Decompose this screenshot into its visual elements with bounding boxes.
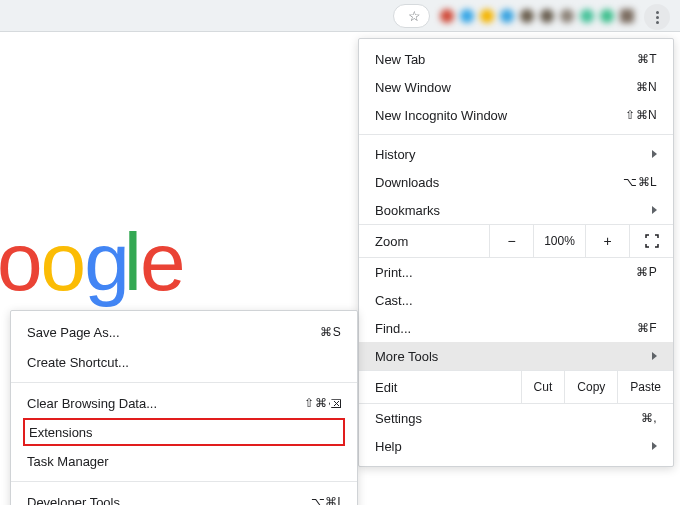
browser-toolbar: ☆: [0, 0, 680, 32]
menu-label: Edit: [359, 380, 521, 395]
zoom-level: 100%: [533, 225, 585, 257]
extension-icon[interactable]: [520, 9, 534, 23]
menu-label: Create Shortcut...: [27, 355, 341, 370]
menu-shortcut: ⇧⌘N: [625, 108, 657, 122]
menu-item-print[interactable]: Print... ⌘P: [359, 258, 673, 286]
menu-shortcut: ⌥⌘L: [623, 175, 657, 189]
submenu-item-extensions[interactable]: Extensions: [23, 418, 345, 446]
menu-label: Settings: [375, 411, 641, 426]
menu-label: Clear Browsing Data...: [27, 396, 304, 411]
fullscreen-icon: [645, 234, 659, 248]
extension-icon[interactable]: [600, 9, 614, 23]
menu-item-new-window[interactable]: New Window ⌘N: [359, 73, 673, 101]
more-tools-submenu: Save Page As... ⌘S Create Shortcut... Cl…: [10, 310, 358, 505]
bookmark-star-icon[interactable]: ☆: [408, 9, 421, 23]
menu-item-new-tab[interactable]: New Tab ⌘T: [359, 45, 673, 73]
menu-item-zoom: Zoom − 100% +: [359, 224, 673, 258]
menu-item-history[interactable]: History: [359, 140, 673, 168]
menu-shortcut: ⌘F: [637, 321, 657, 335]
omnibox-tail[interactable]: ☆: [393, 4, 430, 28]
menu-item-incognito[interactable]: New Incognito Window ⇧⌘N: [359, 101, 673, 129]
menu-item-downloads[interactable]: Downloads ⌥⌘L: [359, 168, 673, 196]
edit-cut-button[interactable]: Cut: [521, 371, 565, 403]
chrome-menu-button[interactable]: [644, 4, 670, 30]
extension-icon[interactable]: [480, 9, 494, 23]
menu-shortcut: ⌘S: [320, 325, 341, 339]
menu-label: Cast...: [375, 293, 657, 308]
extension-icon[interactable]: [580, 9, 594, 23]
submenu-arrow-icon: [652, 206, 657, 214]
menu-item-more-tools[interactable]: More Tools: [359, 342, 673, 370]
menu-shortcut: ⌘,: [641, 411, 657, 425]
zoom-in-button[interactable]: +: [585, 225, 629, 257]
submenu-item-save-page[interactable]: Save Page As... ⌘S: [11, 317, 357, 347]
menu-separator: [359, 134, 673, 135]
menu-label: More Tools: [375, 349, 644, 364]
menu-label: Bookmarks: [375, 203, 644, 218]
menu-separator: [11, 481, 357, 482]
extension-icon[interactable]: [440, 9, 454, 23]
submenu-arrow-icon: [652, 150, 657, 158]
submenu-arrow-icon: [652, 442, 657, 450]
menu-label: Save Page As...: [27, 325, 320, 340]
extension-icon[interactable]: [500, 9, 514, 23]
chrome-main-menu: New Tab ⌘T New Window ⌘N New Incognito W…: [358, 38, 674, 467]
menu-item-help[interactable]: Help: [359, 432, 673, 460]
menu-label: Print...: [375, 265, 636, 280]
submenu-item-clear-data[interactable]: Clear Browsing Data... ⇧⌘: [11, 388, 357, 418]
menu-shortcut: ⌘P: [636, 265, 657, 279]
menu-label: Extensions: [29, 425, 93, 440]
menu-item-cast[interactable]: Cast...: [359, 286, 673, 314]
backspace-icon: [329, 399, 341, 408]
edit-paste-button[interactable]: Paste: [617, 371, 673, 403]
menu-shortcut: ⌘N: [636, 80, 657, 94]
extension-icon[interactable]: [460, 9, 474, 23]
menu-shortcut: ⌘T: [637, 52, 657, 66]
profile-avatar[interactable]: [620, 9, 634, 23]
menu-separator: [11, 382, 357, 383]
submenu-item-dev-tools[interactable]: Developer Tools ⌥⌘I: [11, 487, 357, 505]
menu-label: Developer Tools: [27, 495, 311, 506]
menu-label: Downloads: [375, 175, 623, 190]
menu-shortcut: ⌥⌘I: [311, 495, 341, 505]
edit-copy-button[interactable]: Copy: [564, 371, 617, 403]
menu-item-edit: Edit Cut Copy Paste: [359, 370, 673, 404]
menu-item-bookmarks[interactable]: Bookmarks: [359, 196, 673, 224]
fullscreen-button[interactable]: [629, 225, 673, 257]
menu-label: New Window: [375, 80, 636, 95]
zoom-out-button[interactable]: −: [489, 225, 533, 257]
menu-label: Task Manager: [27, 454, 341, 469]
menu-label: New Tab: [375, 52, 637, 67]
menu-label: History: [375, 147, 644, 162]
submenu-item-task-manager[interactable]: Task Manager: [11, 446, 357, 476]
submenu-item-create-shortcut[interactable]: Create Shortcut...: [11, 347, 357, 377]
menu-item-settings[interactable]: Settings ⌘,: [359, 404, 673, 432]
extension-icon[interactable]: [540, 9, 554, 23]
toolbar-right: ☆: [0, 4, 638, 28]
menu-item-find[interactable]: Find... ⌘F: [359, 314, 673, 342]
submenu-arrow-icon: [652, 352, 657, 360]
menu-label: Find...: [375, 321, 637, 336]
menu-label: Zoom: [359, 234, 489, 249]
extension-icon[interactable]: [560, 9, 574, 23]
extension-icons-blurred: [436, 9, 638, 23]
menu-shortcut: ⇧⌘: [304, 396, 341, 410]
google-logo-partial: oogle: [0, 215, 184, 309]
menu-label: Help: [375, 439, 644, 454]
menu-label: New Incognito Window: [375, 108, 625, 123]
